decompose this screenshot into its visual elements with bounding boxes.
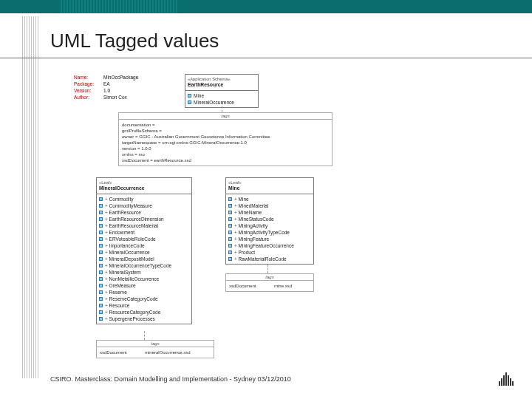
diagram-meta-block: Name:MinOccPackage Package:EA Version:1.…	[74, 74, 138, 100]
class-attribute-row: Endowment	[99, 229, 189, 236]
class-attribute-row: MiningActivity	[228, 222, 311, 229]
class-attribute-row: Product	[228, 249, 311, 256]
connector-line	[267, 265, 268, 273]
connector-line	[222, 102, 222, 112]
tag-line: owner = GGIC - Australian Government Geo…	[122, 134, 329, 140]
class-attribute-label: MineralOccurrenceTypeCode	[105, 262, 171, 269]
class-icon	[99, 277, 103, 281]
package-tags-note: tags documentation = gmlProfileSchema = …	[118, 112, 332, 166]
tag-line: xsdDocument = earthResource.xsd	[122, 157, 329, 163]
class-attribute-label: OreMeasure	[105, 282, 136, 289]
class-mineral-occurrence: «Leaf» MineralOccurrence CommodityCommod…	[96, 177, 192, 324]
class-icon	[99, 204, 103, 208]
class-attribute-label: MineralSystem	[105, 269, 141, 276]
class-attribute-label: Commodity	[105, 196, 133, 202]
class-attribute-row: ERVoteableRoleCode	[99, 236, 189, 242]
package-name: EarthResource	[188, 82, 256, 88]
class-attribute-label: Resource	[105, 302, 129, 309]
class-attribute-label: ERVoteableRoleCode	[105, 236, 156, 242]
class-attribute-row: NonMetallicOccurrence	[99, 276, 189, 282]
class-attribute-label: MineName	[234, 209, 262, 216]
tag-line: targetNamespace = urn:cgi:xmlns:GGIC:Min…	[122, 140, 329, 146]
tag-val: mine.xsd	[274, 283, 292, 289]
class-attribute-row: MiningFeature	[228, 236, 311, 242]
class-icon	[99, 310, 103, 314]
class-attribute-label: CommodityMeasure	[105, 202, 152, 209]
connector-line	[144, 331, 145, 340]
class-attribute-label: EarthResource	[105, 209, 141, 216]
class-attribute-row: ResourceCategoryCode	[99, 309, 189, 316]
tag-line: gmlProfileSchema =	[122, 128, 329, 134]
slide-top-bar	[0, 0, 532, 13]
slide-title: UML Tagged values	[50, 30, 219, 52]
class-name: Mine	[228, 185, 311, 191]
class-attribute-label: MineralDepositModel	[105, 256, 154, 262]
meta-name-key: Name:	[74, 74, 103, 81]
tag-val: mineralOccurrence.xsd	[145, 349, 191, 355]
tags-note-header: tags	[97, 341, 214, 347]
package-stereotype: «Application Schema»	[188, 76, 256, 82]
tag-key: xsdDocument	[100, 349, 140, 355]
class-icon	[99, 211, 103, 214]
class-icon	[99, 231, 103, 234]
class-icon	[228, 244, 232, 248]
class-attribute-label: MiningActivity	[234, 222, 267, 229]
class-attribute-label: MinedMaterial	[234, 202, 268, 209]
class-attribute-label: RawMaterialRoleCode	[234, 256, 287, 262]
class-attribute-label: Mine	[234, 196, 249, 202]
class-attribute-row: ReserveCategoryCode	[99, 296, 189, 302]
class-icon	[188, 100, 191, 104]
class-icon	[99, 270, 103, 274]
class-icon	[99, 217, 103, 221]
class-attribute-row: MineralOccurrence	[99, 249, 189, 256]
class-icon	[99, 250, 103, 254]
meta-author-val: Simon Cox	[103, 95, 127, 100]
class-attribute-label: Endowment	[105, 229, 134, 236]
class-attribute-row: EarthResourceMaterial	[99, 222, 189, 229]
class-icon	[99, 244, 103, 248]
class-icon	[99, 304, 103, 307]
meta-version-key: Version:	[74, 87, 103, 94]
class-attribute-label: MiningActivityTypeCode	[234, 229, 290, 236]
class-attribute-row: Mine	[228, 196, 311, 202]
tags-note-header: tags	[226, 274, 313, 281]
class-attribute-row: MiningFeatureOccurrence	[228, 242, 311, 249]
class-attribute-label: NonMetallicOccurrence	[105, 276, 159, 282]
class-icon	[99, 290, 103, 294]
class-icon	[99, 264, 103, 267]
class-icon	[228, 211, 232, 214]
left-rule-lines	[22, 16, 38, 378]
class-icon	[99, 237, 103, 241]
class-attribute-row: EarthResource	[99, 209, 189, 216]
tag-key: xsdDocument	[229, 283, 270, 289]
class-attribute-row: Resource	[99, 302, 189, 309]
class-attribute-label: ReserveCategoryCode	[105, 296, 158, 302]
class-attribute-label: MiningFeatureOccurrence	[234, 242, 294, 249]
class-attribute-row: CommodityMeasure	[99, 202, 189, 209]
class-attribute-label: EarthResourceDimension	[105, 216, 164, 222]
class-stereotype: «Leaf»	[99, 180, 189, 185]
class-icon	[228, 257, 232, 261]
package-item: Mine	[188, 92, 256, 99]
class-icon	[99, 197, 103, 201]
class-attribute-row: SupergeneProcesses	[99, 316, 189, 322]
class-attribute-label: Reserve	[105, 289, 127, 296]
meta-author-key: Author:	[74, 94, 103, 100]
tag-line: version = 1.0.0	[122, 146, 329, 151]
class-icon	[99, 317, 103, 321]
class-attribute-label: ResourceCategoryCode	[105, 309, 160, 316]
class-attribute-label: MineStatusCode	[234, 216, 274, 222]
meta-package-val: EA	[103, 81, 110, 86]
class-attribute-row: Commodity	[99, 196, 189, 202]
meta-name-val: MinOccPackage	[103, 75, 138, 80]
class-stereotype: «Leaf»	[228, 180, 311, 185]
class-icon	[228, 237, 232, 241]
meta-version-val: 1.0	[103, 88, 110, 93]
class-attribute-row: Reserve	[99, 289, 189, 296]
package-item-label: MineralOccurrence	[194, 99, 234, 106]
meta-package-key: Package:	[74, 81, 103, 87]
title-underline	[0, 58, 532, 58]
class-attribute-label: SupergeneProcesses	[105, 316, 155, 322]
class-attribute-row: RawMaterialRoleCode	[228, 256, 311, 262]
class-name: MineralOccurrence	[99, 185, 189, 191]
